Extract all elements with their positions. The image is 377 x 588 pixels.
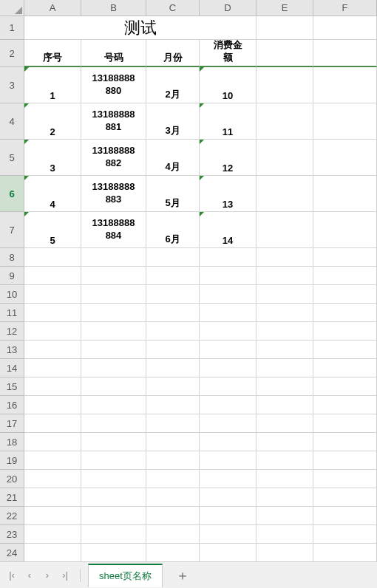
cell-A17[interactable] (24, 414, 81, 433)
cell-C22[interactable] (146, 507, 200, 525)
cell-A8[interactable] (24, 248, 81, 267)
cell-B12[interactable] (81, 322, 146, 341)
row-header-19[interactable]: 19 (0, 451, 24, 470)
row-header-14[interactable]: 14 (0, 359, 24, 377)
cell-F20[interactable] (313, 470, 377, 488)
cell-A19[interactable] (24, 451, 81, 470)
col-header-E[interactable]: E (257, 0, 313, 16)
cell-E5[interactable] (257, 140, 313, 176)
cell-D12[interactable] (200, 322, 257, 341)
cell-F11[interactable] (313, 304, 377, 322)
cell-E6[interactable] (257, 176, 313, 212)
cell-A6[interactable]: 4 (24, 176, 81, 212)
cell-C5[interactable]: 4月 (146, 140, 200, 176)
header-cell-1[interactable]: 号码 (81, 40, 146, 67)
cell-A3[interactable]: 1 (24, 67, 81, 103)
row-header-10[interactable]: 10 (0, 285, 24, 304)
nav-next-icon[interactable]: › (40, 568, 55, 583)
cell-E11[interactable] (257, 304, 313, 322)
cell-F21[interactable] (313, 488, 377, 507)
cell-A10[interactable] (24, 285, 81, 304)
cell-E2[interactable] (257, 40, 313, 67)
cell-C3[interactable]: 2月 (146, 67, 200, 103)
cell-E1[interactable] (257, 16, 313, 40)
row-header-7[interactable]: 7 (0, 212, 24, 248)
cell-F19[interactable] (313, 451, 377, 470)
col-header-C[interactable]: C (146, 0, 200, 16)
cell-C17[interactable] (146, 414, 200, 433)
cell-A7[interactable]: 5 (24, 212, 81, 248)
cell-B22[interactable] (81, 507, 146, 525)
cell-E13[interactable] (257, 341, 313, 359)
row-header-22[interactable]: 22 (0, 507, 24, 525)
cell-E3[interactable] (257, 67, 313, 103)
cell-D18[interactable] (200, 433, 257, 451)
cell-C15[interactable] (146, 377, 200, 396)
cell-C12[interactable] (146, 322, 200, 341)
row-header-16[interactable]: 16 (0, 396, 24, 414)
cell-C10[interactable] (146, 285, 200, 304)
cell-F5[interactable] (313, 140, 377, 176)
cell-E20[interactable] (257, 470, 313, 488)
row-header-20[interactable]: 20 (0, 470, 24, 488)
cell-B9[interactable] (81, 267, 146, 285)
cell-F17[interactable] (313, 414, 377, 433)
cell-E9[interactable] (257, 267, 313, 285)
cell-E23[interactable] (257, 525, 313, 544)
cell-F8[interactable] (313, 248, 377, 267)
cell-B3[interactable]: 13188888 880 (81, 67, 146, 103)
cell-B18[interactable] (81, 433, 146, 451)
cell-F15[interactable] (313, 377, 377, 396)
cell-C9[interactable] (146, 267, 200, 285)
cell-C6[interactable]: 5月 (146, 176, 200, 212)
cell-E21[interactable] (257, 488, 313, 507)
cell-C13[interactable] (146, 341, 200, 359)
cell-F7[interactable] (313, 212, 377, 248)
nav-first-icon[interactable]: |‹ (4, 568, 19, 583)
cell-F3[interactable] (313, 67, 377, 103)
cell-E24[interactable] (257, 544, 313, 562)
cell-D16[interactable] (200, 396, 257, 414)
cell-F13[interactable] (313, 341, 377, 359)
cell-E7[interactable] (257, 212, 313, 248)
cell-E17[interactable] (257, 414, 313, 433)
cell-D20[interactable] (200, 470, 257, 488)
cell-B23[interactable] (81, 525, 146, 544)
cell-E8[interactable] (257, 248, 313, 267)
cell-A23[interactable] (24, 525, 81, 544)
header-cell-0[interactable]: 序号 (24, 40, 81, 67)
row-header-15[interactable]: 15 (0, 377, 24, 396)
sheet-tab-active[interactable]: sheet页名称 (88, 564, 163, 587)
cell-F18[interactable] (313, 433, 377, 451)
row-header-8[interactable]: 8 (0, 248, 24, 267)
cell-F16[interactable] (313, 396, 377, 414)
col-header-F[interactable]: F (313, 0, 377, 16)
cell-C8[interactable] (146, 248, 200, 267)
cell-C20[interactable] (146, 470, 200, 488)
cell-A15[interactable] (24, 377, 81, 396)
cell-F14[interactable] (313, 359, 377, 377)
add-sheet-button[interactable]: ＋ (171, 567, 194, 584)
cell-E12[interactable] (257, 322, 313, 341)
cell-D24[interactable] (200, 544, 257, 562)
cell-F10[interactable] (313, 285, 377, 304)
cell-D9[interactable] (200, 267, 257, 285)
row-header-12[interactable]: 12 (0, 322, 24, 341)
merged-title[interactable]: 测试 (24, 16, 257, 40)
cell-A18[interactable] (24, 433, 81, 451)
cell-A24[interactable] (24, 544, 81, 562)
header-cell-2[interactable]: 月份 (146, 40, 200, 67)
cell-C18[interactable] (146, 433, 200, 451)
cell-B10[interactable] (81, 285, 146, 304)
cell-A16[interactable] (24, 396, 81, 414)
cell-D13[interactable] (200, 341, 257, 359)
cell-C21[interactable] (146, 488, 200, 507)
cell-A5[interactable]: 3 (24, 140, 81, 176)
row-header-5[interactable]: 5 (0, 140, 24, 176)
cell-D4[interactable]: 11 (200, 103, 257, 140)
cell-C16[interactable] (146, 396, 200, 414)
cell-D22[interactable] (200, 507, 257, 525)
cell-B5[interactable]: 13188888 882 (81, 140, 146, 176)
cell-F2[interactable] (313, 40, 377, 67)
cell-F4[interactable] (313, 103, 377, 140)
